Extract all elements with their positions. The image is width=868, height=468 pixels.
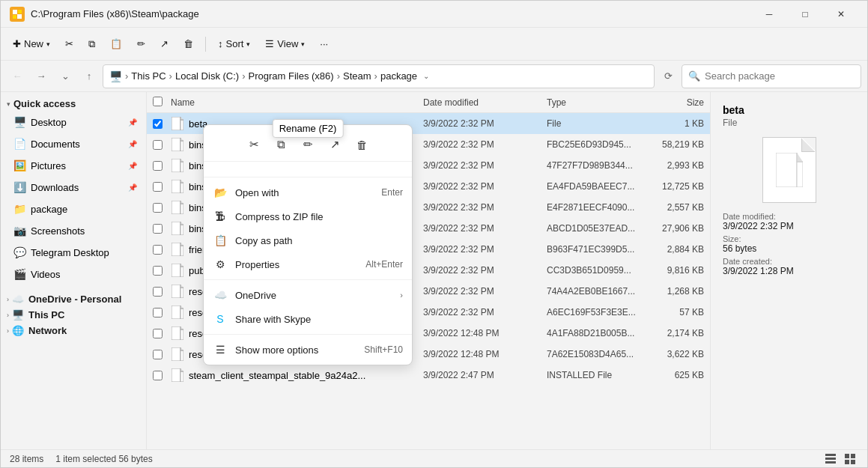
- path-steam[interactable]: Steam: [343, 70, 371, 82]
- svg-rect-27: [180, 350, 183, 361]
- delete-button[interactable]: 🗑: [177, 32, 199, 56]
- col-date-header[interactable]: Date modified: [423, 97, 547, 108]
- copy-button[interactable]: ⧉: [82, 32, 101, 56]
- sidebar-item-documents[interactable]: 📄 Documents 📌: [4, 133, 143, 154]
- path-package[interactable]: package: [380, 70, 417, 82]
- detail-date-created-value: 3/9/2022 1:28 PM: [723, 266, 855, 276]
- rename-button[interactable]: ✏: [131, 32, 151, 56]
- file-type: File: [547, 118, 644, 129]
- ctx-share-skype[interactable]: S Share with Skype: [204, 307, 412, 331]
- search-input[interactable]: [705, 70, 855, 82]
- file-name: steam_client_steampal_stable_9a24a2...: [189, 370, 423, 381]
- close-button[interactable]: ✕: [824, 1, 858, 28]
- view-button[interactable]: ☰ View ▾: [259, 32, 311, 56]
- toolbar: ✚ New ▾ ✂ ⧉ 📋 ✏ ↗ 🗑 ↕ Sort ▾ ☰ View: [1, 28, 867, 61]
- ctx-properties[interactable]: ⚙ Properties Alt+Enter: [204, 252, 412, 276]
- sidebar-item-desktop[interactable]: 🖥️ Desktop 📌: [4, 112, 143, 133]
- ctx-cut-button[interactable]: ✂: [242, 133, 266, 156]
- recent-button[interactable]: ⌄: [55, 66, 76, 87]
- sidebar-item-videos[interactable]: 🎬 Videos: [4, 264, 143, 285]
- file-type: ABCD1D05E37EAD...: [547, 223, 644, 234]
- pin-icon: 📌: [128, 118, 137, 127]
- col-type-header[interactable]: Type: [547, 97, 644, 108]
- ctx-more-options[interactable]: ☰ Show more options Shift+F10: [204, 338, 412, 362]
- file-type: 74A4A2EB0BE1667...: [547, 286, 644, 297]
- row-checkbox[interactable]: [153, 182, 163, 192]
- file-date: 3/9/2022 2:32 PM: [423, 160, 547, 171]
- address-path[interactable]: 🖥️ › This PC › Local Disk (C:) › Program…: [103, 64, 655, 88]
- paste-button[interactable]: 📋: [104, 32, 128, 56]
- ctx-sep-3: [204, 334, 412, 335]
- details-view-button[interactable]: [822, 451, 839, 467]
- row-checkbox[interactable]: [153, 140, 163, 150]
- ctx-compress[interactable]: 🗜 Compress to ZIP file: [204, 204, 412, 228]
- row-checkbox[interactable]: [153, 308, 163, 317]
- file-size: 1,268 KB: [644, 286, 704, 297]
- row-checkbox[interactable]: [153, 161, 163, 171]
- row-checkbox[interactable]: [153, 329, 163, 338]
- refresh-button[interactable]: ⟳: [658, 66, 679, 87]
- ctx-open-with[interactable]: 📂 Open with Enter: [204, 180, 412, 204]
- path-thispc[interactable]: This PC: [131, 70, 166, 82]
- path-localdisk[interactable]: Local Disk (C:): [175, 70, 239, 82]
- file-date: 3/9/2022 2:47 PM: [423, 370, 547, 380]
- row-checkbox[interactable]: [153, 245, 163, 255]
- table-row[interactable]: steam_client_steampal_stable_9a24a2... 3…: [147, 365, 710, 386]
- file-size: 2,174 KB: [644, 328, 704, 338]
- ctx-delete-button[interactable]: 🗑: [350, 133, 374, 156]
- list-header: Name Date modified Type Size: [147, 92, 710, 113]
- col-name-header[interactable]: Name: [171, 97, 423, 108]
- row-checkbox[interactable]: [153, 119, 163, 129]
- tiles-view-button[interactable]: [842, 451, 858, 467]
- row-checkbox[interactable]: [153, 287, 163, 297]
- sidebar-telegram-label: Telegram Desktop: [31, 247, 137, 258]
- file-date: 3/9/2022 2:32 PM: [423, 223, 547, 234]
- paste-icon: 📋: [110, 38, 122, 49]
- onedrive-header[interactable]: › ☁️ OneDrive - Personal: [1, 291, 146, 306]
- new-button[interactable]: ✚ New ▾: [7, 32, 56, 56]
- svg-rect-8: [172, 159, 180, 172]
- col-size-header[interactable]: Size: [644, 97, 704, 108]
- sidebar-item-screenshots[interactable]: 📷 Screenshots: [4, 220, 143, 241]
- sort-button[interactable]: ↕ Sort ▾: [212, 32, 256, 56]
- network-header[interactable]: › 🌐 Network: [1, 322, 146, 338]
- path-programfiles[interactable]: Program Files (x86): [249, 70, 334, 82]
- svg-rect-2: [18, 10, 22, 13]
- file-size: 625 KB: [644, 370, 704, 380]
- back-button[interactable]: ←: [7, 66, 28, 87]
- select-all-checkbox[interactable]: [153, 97, 163, 106]
- file-date: 3/9/2022 2:32 PM: [423, 244, 547, 255]
- share-button[interactable]: ↗: [154, 32, 174, 56]
- minimize-button[interactable]: ─: [752, 1, 786, 28]
- row-checkbox[interactable]: [153, 224, 163, 234]
- sidebar-item-package[interactable]: 📁 package: [4, 198, 143, 219]
- row-checkbox[interactable]: [153, 350, 163, 359]
- view-chevron: ▾: [301, 40, 305, 48]
- sidebar-item-telegram[interactable]: 💬 Telegram Desktop: [4, 242, 143, 263]
- svg-rect-33: [825, 458, 836, 460]
- window-icon: [10, 7, 25, 22]
- row-checkbox[interactable]: [153, 371, 163, 380]
- view-label: View: [277, 38, 298, 49]
- maximize-button[interactable]: □: [788, 1, 822, 28]
- row-checkbox[interactable]: [153, 203, 163, 213]
- main-content: ▾ Quick access 🖥️ Desktop 📌 📄 Documents …: [1, 92, 867, 449]
- detail-date-modified-value: 3/9/2022 2:32 PM: [723, 221, 855, 231]
- sidebar-documents-label: Documents: [31, 139, 127, 150]
- row-checkbox[interactable]: [153, 266, 163, 276]
- title-bar: C:\Program Files (x86)\Steam\package ─ □…: [1, 1, 867, 28]
- ctx-copy-path[interactable]: 📋 Copy as path: [204, 228, 412, 252]
- sidebar-item-downloads[interactable]: ⬇️ Downloads 📌: [4, 177, 143, 198]
- cut-button[interactable]: ✂: [59, 32, 79, 56]
- cut-icon: ✂: [65, 38, 73, 49]
- up-button[interactable]: ↑: [79, 66, 100, 87]
- more-button[interactable]: ···: [314, 32, 334, 56]
- detail-size-label: Size:: [723, 234, 855, 243]
- quick-access-header[interactable]: ▾ Quick access: [1, 95, 146, 111]
- file-icon: [171, 222, 184, 235]
- ctx-onedrive[interactable]: ☁️ OneDrive ›: [204, 283, 412, 307]
- thispc-header[interactable]: › 🖥️ This PC: [1, 306, 146, 322]
- file-icon: [171, 285, 184, 298]
- forward-button[interactable]: →: [31, 66, 52, 87]
- sidebar-item-pictures[interactable]: 🖼️ Pictures 📌: [4, 155, 143, 176]
